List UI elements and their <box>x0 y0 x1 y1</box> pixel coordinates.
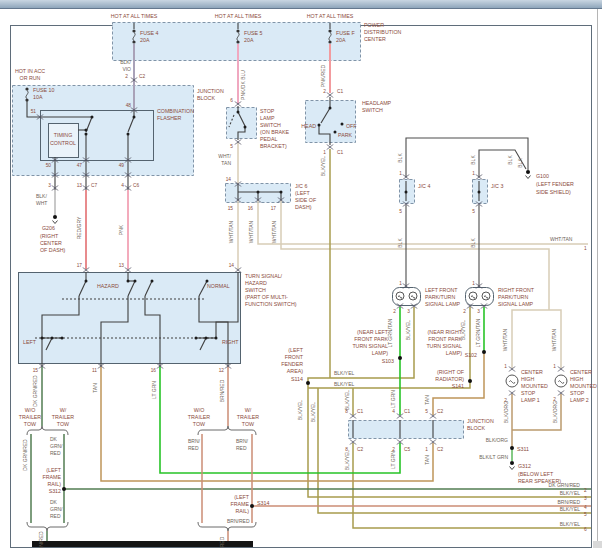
contact-dot <box>244 126 247 129</box>
wire-label: LT GRN <box>390 390 396 408</box>
contact-dot <box>205 337 208 340</box>
component-label: SWITCH <box>245 287 266 293</box>
fuse-4-icon <box>132 29 135 32</box>
component-label: STOP <box>260 108 275 114</box>
pin-label: 1 <box>553 364 556 369</box>
wire-label: BLK <box>397 238 403 248</box>
component-label: POWER <box>364 22 384 28</box>
contact-dot <box>41 337 44 340</box>
component-label: MOUNTED <box>570 383 597 389</box>
component-label: TURN SIGNAL/ <box>245 273 283 279</box>
pin-label: C1 <box>337 150 343 155</box>
component-label: SIGNAL LAMP <box>425 301 461 307</box>
pin-label: C5 <box>404 447 410 452</box>
component-label: 20A <box>140 37 150 43</box>
component-label: LAMP) <box>446 350 462 356</box>
component-label: OFF <box>346 123 357 129</box>
component-label: (BELOW LEFT <box>518 471 554 477</box>
component-label: W/ <box>245 407 252 413</box>
component-label: S103 <box>382 358 394 364</box>
pin-label: 15 <box>33 368 39 373</box>
wire-label: WHT <box>36 200 47 206</box>
component-label: HAZARD <box>245 280 267 286</box>
pin-label: 2 <box>125 74 128 79</box>
wire-label: BLK/YEL <box>344 450 350 471</box>
component-label: JUNCTION <box>467 418 494 424</box>
component-label: SIDE OF <box>295 197 317 203</box>
component-label: HIGH <box>521 376 534 382</box>
component-label: FUSE F <box>336 30 356 36</box>
wire-label: WHT/ <box>218 153 231 159</box>
pin-label: 14 <box>226 177 232 182</box>
pin-label: 1 <box>584 246 587 251</box>
splice-s141 <box>468 379 472 383</box>
component-label: PARK/TURN <box>498 294 528 300</box>
wire-label: BLK/ORG <box>486 437 508 443</box>
contact-dot <box>405 191 408 194</box>
contact-dot <box>134 280 137 283</box>
component-label: FRONT <box>285 354 304 360</box>
pin-label: C1 <box>404 409 410 414</box>
component-label: TOW <box>24 421 36 427</box>
wire-label: DK <box>50 436 58 442</box>
contact-dot <box>85 133 88 136</box>
component-label: SWITCH <box>260 122 281 128</box>
component-label: TIMING <box>54 132 73 138</box>
wire-label: PNK/DK BLU <box>240 70 246 100</box>
pin-label: 1 <box>472 281 475 286</box>
pin-label: 5 <box>584 512 587 517</box>
pin-label: 4 <box>584 505 587 510</box>
component-label: BLOCK <box>197 95 215 101</box>
component-label: CENTER <box>40 240 62 246</box>
pin-label: 6 <box>230 98 233 103</box>
pin-label: C7 <box>91 183 97 188</box>
wire-label: WHT/TAN <box>502 328 508 351</box>
contact-dot <box>61 337 64 340</box>
splice-s102 <box>482 350 486 354</box>
component-label: SWITCH <box>362 107 383 113</box>
contact-dot <box>85 129 88 132</box>
component-label: FRAME <box>230 501 249 507</box>
component-label: PARK <box>338 132 352 138</box>
component-label: FUSE 4 <box>140 30 159 36</box>
component-label: (LEFT <box>295 190 310 196</box>
component-label: (LEFT <box>46 467 61 473</box>
ground-g100-icon <box>526 170 530 174</box>
wire-label: BLK <box>470 238 476 248</box>
wire-label: BLK/YEL <box>560 490 581 496</box>
pin-label: 15 <box>228 206 234 211</box>
pin-label: 16 <box>151 368 157 373</box>
component-label: (ON BRAKE <box>260 129 290 135</box>
component-label: STOP <box>570 390 585 396</box>
pin-label: 1 <box>425 447 428 452</box>
pin-label: 6 <box>584 527 587 532</box>
component-label: NORMAL <box>207 283 230 289</box>
component-label: HOT AT ALL TIMES <box>111 13 158 19</box>
contact-dot <box>215 337 218 340</box>
wiring-diagram-page: HOT AT ALL TIMESHOT AT ALL TIMESHOT AT A… <box>0 0 602 548</box>
component-label: CENTER <box>364 36 386 42</box>
contact-dot <box>237 111 240 114</box>
wire-label: GRN/ <box>50 443 63 449</box>
fuse-f-icon <box>328 29 331 32</box>
pin-label: C1 <box>337 89 343 94</box>
component-label: TURN SIGNAL <box>426 343 462 349</box>
wire-label: RED/GRY <box>76 216 82 239</box>
component-label: FUNCTION SWITCH) <box>245 301 297 307</box>
fuse-10-icon <box>25 87 28 90</box>
component-label: TOW <box>57 421 69 427</box>
component-label: W/ <box>60 407 67 413</box>
component-label: SIGNAL LAMP <box>498 301 534 307</box>
pin-label: 4 <box>121 183 124 188</box>
component-label: 10A <box>33 94 43 100</box>
brace <box>27 522 68 531</box>
component-label: (LEFT <box>234 494 249 500</box>
wire-label: WHT/TAN <box>228 220 234 243</box>
wire-label: DK GRN/RED <box>38 531 44 548</box>
pin-label: 11 <box>92 368 97 373</box>
wire-label: PNK/RED <box>320 65 326 88</box>
wire-label: WHT/TAN <box>271 220 277 243</box>
fuse-5-icon <box>236 29 239 32</box>
component-label: HOT AT ALL TIMES <box>215 13 262 19</box>
contact-dot <box>195 337 198 340</box>
